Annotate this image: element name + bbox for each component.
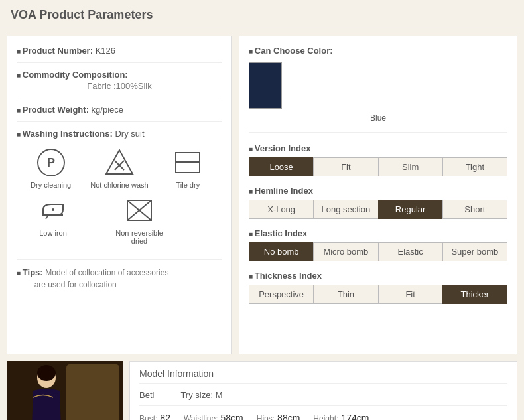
- hemline-btn-short[interactable]: Short: [442, 200, 507, 219]
- product-number-row: Product Number: K126: [17, 46, 222, 63]
- low-iron-icon-item: Low iron: [23, 194, 83, 245]
- elastic-btn-elastic[interactable]: Elastic: [378, 242, 442, 261]
- elastic-btn-superbomb[interactable]: Super bomb: [442, 242, 507, 261]
- model-photo-inner: [7, 361, 123, 420]
- version-btn-slim[interactable]: Slim: [378, 157, 442, 176]
- bust-value: 82: [160, 413, 170, 420]
- tile-dry-label: Tile dry: [176, 181, 200, 189]
- weight-label: Product Weight:: [17, 105, 89, 115]
- washing-icons-row2: Low iron Non-reversibledried: [17, 194, 222, 245]
- main-content: Product Number: K126 Commodity Compositi…: [0, 29, 524, 361]
- hemline-index-buttons: X-Long Long section Regular Short: [249, 200, 507, 219]
- page-title: VOA Product Parameters: [0, 0, 524, 29]
- model-stats-row: Bust: 82 Waistline: 58cm Hips: 88cm Heig…: [139, 413, 507, 420]
- tile-dry-icon: [172, 147, 204, 178]
- svg-marker-2: [106, 150, 133, 174]
- version-btn-fit[interactable]: Fit: [313, 157, 377, 176]
- version-index-buttons: Loose Fit Slim Tight: [249, 157, 507, 176]
- thickness-index-title: Thickness Index: [249, 271, 507, 281]
- non-reversible-label: Non-reversibledried: [115, 229, 163, 245]
- dry-cleaning-label: Dry cleaning: [31, 181, 71, 189]
- elastic-btn-nobomb[interactable]: No bomb: [249, 242, 313, 261]
- color-name: Blue: [249, 113, 507, 123]
- height-value: 174cm: [341, 413, 369, 420]
- hemline-btn-regular[interactable]: Regular: [378, 200, 442, 219]
- bottom-section: Model Information Beti Try size: M Bust:…: [0, 361, 524, 420]
- hips-label: Hips:: [257, 414, 275, 420]
- thickness-index-section: Thickness Index Perspective Thin Fit Thi…: [249, 271, 507, 304]
- thickness-btn-thicker[interactable]: Thicker: [442, 285, 507, 304]
- bust-stat: Bust: 82: [139, 413, 170, 420]
- version-btn-tight[interactable]: Tight: [442, 157, 507, 176]
- hemline-btn-long[interactable]: Long section: [313, 200, 377, 219]
- hips-value: 88cm: [277, 413, 300, 420]
- elastic-index-buttons: No bomb Micro bomb Elastic Super bomb: [249, 242, 507, 261]
- right-panel: Can Choose Color: Blue Version Index Loo…: [239, 36, 517, 354]
- elastic-index-section: Elastic Index No bomb Micro bomb Elastic…: [249, 228, 507, 261]
- model-info-title: Model Information: [139, 368, 507, 384]
- low-iron-icon: [37, 194, 69, 226]
- dry-cleaning-icon: P: [35, 147, 67, 178]
- color-swatch-blue[interactable]: [249, 62, 282, 109]
- svg-point-8: [52, 208, 54, 211]
- bust-label: Bust:: [139, 414, 157, 420]
- model-info-panel: Model Information Beti Try size: M Bust:…: [129, 361, 517, 420]
- version-index-section: Version Index Loose Fit Slim Tight: [249, 143, 507, 176]
- model-name-row: Beti Try size: M: [139, 390, 507, 406]
- tips-row: Tips: Model of collocation of accessorie…: [17, 267, 222, 291]
- waistline-value: 58cm: [221, 413, 243, 420]
- low-iron-label: Low iron: [39, 229, 67, 237]
- no-chlorine-icon-item: Not chlorine wash: [90, 147, 149, 189]
- non-reversible-icon: [123, 194, 155, 226]
- height-stat: Height: 174cm: [313, 413, 369, 420]
- product-number-value: K126: [96, 46, 115, 56]
- washing-icons-row1: P Dry cleaning Not chlorine wash: [17, 147, 222, 189]
- thickness-index-buttons: Perspective Thin Fit Thicker: [249, 285, 507, 304]
- left-panel: Product Number: K126 Commodity Compositi…: [7, 36, 232, 354]
- non-reversible-icon-item: Non-reversibledried: [109, 194, 169, 245]
- thickness-btn-fit[interactable]: Fit: [378, 285, 442, 304]
- svg-text:P: P: [47, 156, 55, 169]
- hemline-index-section: Hemline Index X-Long Long section Regula…: [249, 186, 507, 219]
- weight-row: Product Weight: kg/piece: [17, 105, 222, 122]
- hips-stat: Hips: 88cm: [257, 413, 300, 420]
- waistline-stat: Waistline: 58cm: [184, 413, 243, 420]
- color-swatch-wrapper: Blue: [249, 62, 507, 123]
- thickness-btn-perspective[interactable]: Perspective: [249, 285, 313, 304]
- model-try-size: Try size: M: [180, 390, 222, 400]
- svg-point-15: [37, 365, 56, 381]
- elastic-index-title: Elastic Index: [249, 228, 507, 238]
- no-chlorine-icon: [103, 147, 135, 178]
- commodity-row: Commodity Composition: Fabric :100%Silk: [17, 70, 222, 98]
- weight-value: kg/piece: [92, 105, 123, 115]
- tips-label: Tips:: [17, 267, 43, 277]
- model-photo: [7, 361, 123, 420]
- washing-label: Washing Instructions:: [17, 129, 113, 139]
- color-section: Can Choose Color: Blue: [249, 46, 507, 133]
- washing-value: Dry suit: [115, 129, 144, 139]
- tile-dry-icon-item: Tile dry: [158, 147, 218, 189]
- version-btn-loose[interactable]: Loose: [249, 157, 313, 176]
- color-section-label: Can Choose Color:: [249, 46, 507, 56]
- model-name: Beti: [139, 390, 154, 400]
- height-label: Height:: [313, 414, 338, 420]
- hemline-btn-xlong[interactable]: X-Long: [249, 200, 313, 219]
- washing-row: Washing Instructions: Dry suit P Dry cle…: [17, 129, 222, 260]
- waistline-label: Waistline:: [184, 414, 218, 420]
- commodity-label: Commodity Composition:: [17, 70, 128, 80]
- no-chlorine-label: Not chlorine wash: [90, 181, 148, 189]
- commodity-value: Fabric :100%Silk: [17, 81, 222, 91]
- elastic-btn-microbomb[interactable]: Micro bomb: [313, 242, 377, 261]
- hemline-index-title: Hemline Index: [249, 186, 507, 196]
- dry-cleaning-icon-item: P Dry cleaning: [21, 147, 81, 189]
- thickness-btn-thin[interactable]: Thin: [313, 285, 377, 304]
- version-index-title: Version Index: [249, 143, 507, 153]
- svg-rect-13: [66, 364, 119, 420]
- product-number-label: Product Number:: [17, 46, 93, 56]
